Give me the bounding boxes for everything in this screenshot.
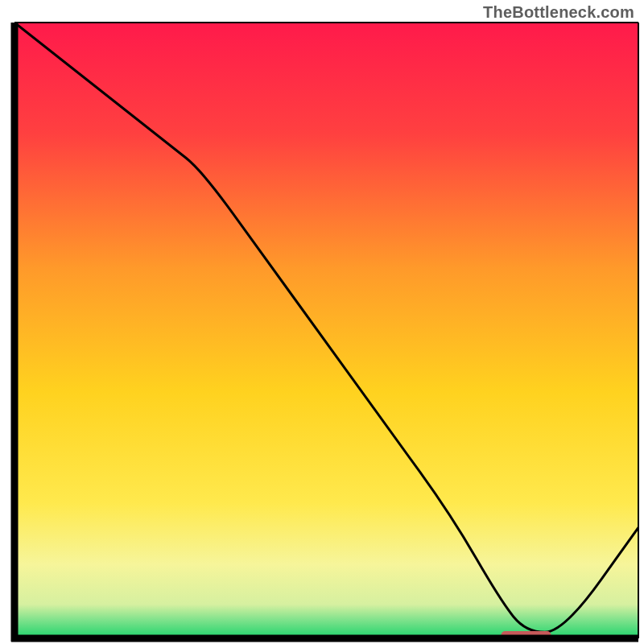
chart-container: TheBottleneck.com	[0, 0, 644, 644]
bottleneck-chart	[0, 0, 644, 644]
plot-area	[14, 23, 638, 641]
gradient-background	[14, 23, 638, 638]
